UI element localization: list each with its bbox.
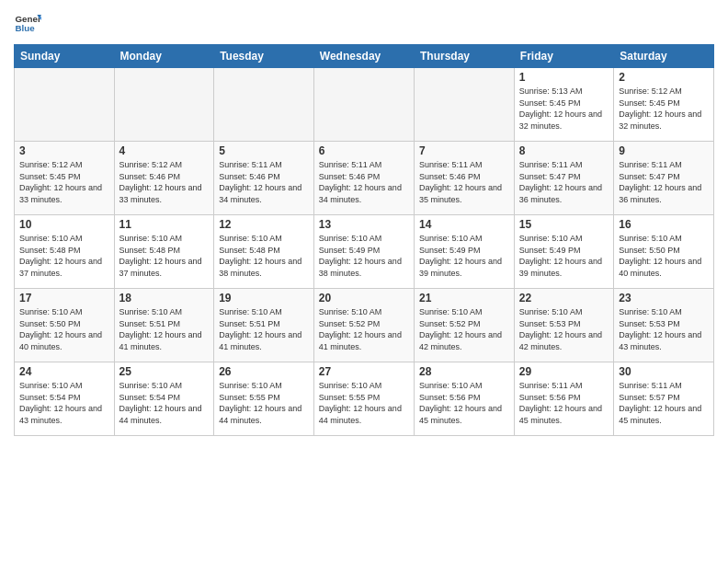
calendar-week-1: 1Sunrise: 5:13 AMSunset: 5:45 PMDaylight… — [15, 68, 714, 142]
calendar-cell — [415, 68, 515, 142]
calendar-cell: 10Sunrise: 5:10 AMSunset: 5:48 PMDayligh… — [15, 215, 115, 289]
day-number: 13 — [319, 218, 409, 231]
logo-icon: General Blue — [14, 9, 41, 37]
day-number: 27 — [319, 365, 409, 378]
calendar-cell: 15Sunrise: 5:10 AMSunset: 5:49 PMDayligh… — [514, 215, 613, 289]
calendar: SundayMondayTuesdayWednesdayThursdayFrid… — [14, 44, 714, 436]
day-info: Sunrise: 5:10 AMSunset: 5:50 PMDaylight:… — [19, 306, 109, 352]
day-number: 19 — [219, 292, 309, 304]
calendar-cell: 22Sunrise: 5:10 AMSunset: 5:53 PMDayligh… — [514, 289, 613, 362]
day-number: 6 — [319, 144, 409, 157]
day-number: 17 — [19, 292, 109, 304]
day-number: 14 — [419, 218, 509, 231]
calendar-cell: 9Sunrise: 5:11 AMSunset: 5:47 PMDaylight… — [614, 142, 714, 215]
calendar-cell: 29Sunrise: 5:11 AMSunset: 5:56 PMDayligh… — [514, 362, 613, 436]
calendar-cell: 12Sunrise: 5:10 AMSunset: 5:48 PMDayligh… — [214, 215, 314, 289]
day-number: 16 — [619, 218, 709, 231]
calendar-week-3: 10Sunrise: 5:10 AMSunset: 5:48 PMDayligh… — [15, 215, 714, 289]
day-info: Sunrise: 5:10 AMSunset: 5:54 PMDaylight:… — [119, 380, 210, 426]
calendar-header-row: SundayMondayTuesdayWednesdayThursdayFrid… — [15, 45, 714, 68]
calendar-cell — [313, 68, 414, 142]
day-info: Sunrise: 5:10 AMSunset: 5:48 PMDaylight:… — [219, 233, 309, 279]
day-info: Sunrise: 5:10 AMSunset: 5:52 PMDaylight:… — [419, 306, 509, 352]
day-info: Sunrise: 5:10 AMSunset: 5:49 PMDaylight:… — [319, 233, 409, 279]
calendar-cell: 21Sunrise: 5:10 AMSunset: 5:52 PMDayligh… — [415, 289, 515, 362]
page: General Blue SundayMondayTuesdayWednesda… — [0, 0, 728, 563]
day-number: 15 — [519, 218, 609, 231]
day-info: Sunrise: 5:10 AMSunset: 5:53 PMDaylight:… — [619, 306, 709, 352]
day-number: 18 — [119, 292, 210, 304]
day-number: 22 — [519, 292, 609, 304]
day-info: Sunrise: 5:10 AMSunset: 5:50 PMDaylight:… — [619, 233, 709, 279]
calendar-week-4: 17Sunrise: 5:10 AMSunset: 5:50 PMDayligh… — [15, 289, 714, 362]
calendar-cell: 23Sunrise: 5:10 AMSunset: 5:53 PMDayligh… — [614, 289, 714, 362]
day-info: Sunrise: 5:10 AMSunset: 5:48 PMDaylight:… — [119, 233, 210, 279]
day-header-wednesday: Wednesday — [313, 45, 414, 68]
svg-text:Blue: Blue — [16, 23, 36, 33]
calendar-cell: 18Sunrise: 5:10 AMSunset: 5:51 PMDayligh… — [114, 289, 214, 362]
day-info: Sunrise: 5:12 AMSunset: 5:45 PMDaylight:… — [19, 159, 109, 205]
day-number: 28 — [419, 365, 509, 378]
calendar-cell: 19Sunrise: 5:10 AMSunset: 5:51 PMDayligh… — [214, 289, 314, 362]
day-number: 5 — [219, 144, 309, 157]
day-info: Sunrise: 5:10 AMSunset: 5:51 PMDaylight:… — [119, 306, 210, 352]
calendar-cell — [214, 68, 314, 142]
calendar-cell: 11Sunrise: 5:10 AMSunset: 5:48 PMDayligh… — [114, 215, 214, 289]
day-number: 21 — [419, 292, 509, 304]
logo: General Blue — [14, 9, 41, 37]
day-header-sunday: Sunday — [15, 45, 115, 68]
day-info: Sunrise: 5:10 AMSunset: 5:55 PMDaylight:… — [319, 380, 409, 426]
day-info: Sunrise: 5:12 AMSunset: 5:46 PMDaylight:… — [119, 159, 210, 205]
calendar-cell: 6Sunrise: 5:11 AMSunset: 5:46 PMDaylight… — [313, 142, 414, 215]
day-number: 30 — [619, 365, 709, 378]
day-info: Sunrise: 5:11 AMSunset: 5:57 PMDaylight:… — [619, 380, 709, 426]
day-info: Sunrise: 5:10 AMSunset: 5:51 PMDaylight:… — [219, 306, 309, 352]
day-number: 26 — [219, 365, 309, 378]
calendar-cell: 28Sunrise: 5:10 AMSunset: 5:56 PMDayligh… — [415, 362, 515, 436]
day-header-tuesday: Tuesday — [214, 45, 314, 68]
day-info: Sunrise: 5:10 AMSunset: 5:49 PMDaylight:… — [419, 233, 509, 279]
day-number: 23 — [619, 292, 709, 304]
header: General Blue — [14, 9, 714, 37]
day-number: 3 — [19, 144, 109, 157]
calendar-cell: 7Sunrise: 5:11 AMSunset: 5:46 PMDaylight… — [415, 142, 515, 215]
day-number: 29 — [519, 365, 609, 378]
day-info: Sunrise: 5:11 AMSunset: 5:47 PMDaylight:… — [619, 159, 709, 205]
day-info: Sunrise: 5:10 AMSunset: 5:53 PMDaylight:… — [519, 306, 609, 352]
day-info: Sunrise: 5:11 AMSunset: 5:46 PMDaylight:… — [219, 159, 309, 205]
day-number: 20 — [319, 292, 409, 304]
day-number: 8 — [519, 144, 609, 157]
day-info: Sunrise: 5:11 AMSunset: 5:46 PMDaylight:… — [319, 159, 409, 205]
calendar-cell — [15, 68, 115, 142]
day-info: Sunrise: 5:13 AMSunset: 5:45 PMDaylight:… — [519, 86, 609, 132]
calendar-cell: 1Sunrise: 5:13 AMSunset: 5:45 PMDaylight… — [514, 68, 613, 142]
day-info: Sunrise: 5:10 AMSunset: 5:52 PMDaylight:… — [319, 306, 409, 352]
calendar-cell: 30Sunrise: 5:11 AMSunset: 5:57 PMDayligh… — [614, 362, 714, 436]
day-number: 25 — [119, 365, 210, 378]
day-number: 11 — [119, 218, 210, 231]
calendar-cell: 25Sunrise: 5:10 AMSunset: 5:54 PMDayligh… — [114, 362, 214, 436]
calendar-cell: 27Sunrise: 5:10 AMSunset: 5:55 PMDayligh… — [313, 362, 414, 436]
day-number: 9 — [619, 144, 709, 157]
day-header-monday: Monday — [114, 45, 214, 68]
day-number: 24 — [19, 365, 109, 378]
day-info: Sunrise: 5:11 AMSunset: 5:56 PMDaylight:… — [519, 380, 609, 426]
day-number: 7 — [419, 144, 509, 157]
day-info: Sunrise: 5:11 AMSunset: 5:46 PMDaylight:… — [419, 159, 509, 205]
day-info: Sunrise: 5:10 AMSunset: 5:49 PMDaylight:… — [519, 233, 609, 279]
calendar-cell: 24Sunrise: 5:10 AMSunset: 5:54 PMDayligh… — [15, 362, 115, 436]
day-header-saturday: Saturday — [614, 45, 714, 68]
calendar-cell: 16Sunrise: 5:10 AMSunset: 5:50 PMDayligh… — [614, 215, 714, 289]
calendar-cell: 20Sunrise: 5:10 AMSunset: 5:52 PMDayligh… — [313, 289, 414, 362]
calendar-cell: 14Sunrise: 5:10 AMSunset: 5:49 PMDayligh… — [415, 215, 515, 289]
calendar-cell: 2Sunrise: 5:12 AMSunset: 5:45 PMDaylight… — [614, 68, 714, 142]
day-header-friday: Friday — [514, 45, 613, 68]
calendar-cell: 26Sunrise: 5:10 AMSunset: 5:55 PMDayligh… — [214, 362, 314, 436]
day-info: Sunrise: 5:10 AMSunset: 5:48 PMDaylight:… — [19, 233, 109, 279]
calendar-cell: 13Sunrise: 5:10 AMSunset: 5:49 PMDayligh… — [313, 215, 414, 289]
calendar-cell: 17Sunrise: 5:10 AMSunset: 5:50 PMDayligh… — [15, 289, 115, 362]
day-number: 1 — [519, 71, 609, 84]
calendar-cell: 8Sunrise: 5:11 AMSunset: 5:47 PMDaylight… — [514, 142, 613, 215]
day-number: 2 — [619, 71, 709, 84]
calendar-cell: 5Sunrise: 5:11 AMSunset: 5:46 PMDaylight… — [214, 142, 314, 215]
